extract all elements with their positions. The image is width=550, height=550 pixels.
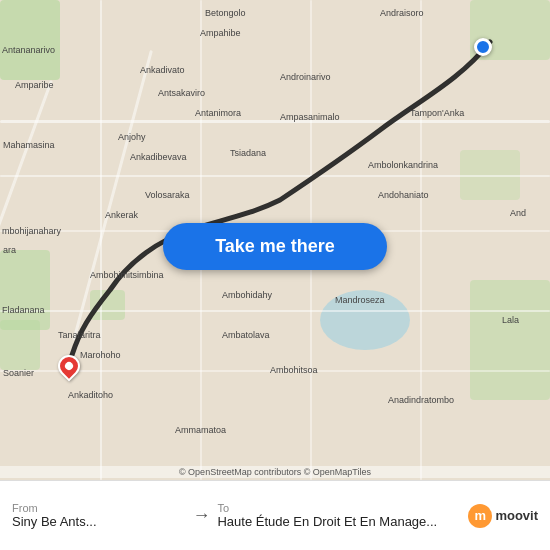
road [0, 120, 550, 123]
origin-marker [58, 355, 80, 383]
road [0, 370, 550, 372]
green-area [0, 0, 60, 80]
bottom-bar: From Siny Be Ants... → To Haute Étude En… [0, 480, 550, 550]
from-section: From Siny Be Ants... [12, 502, 185, 529]
road [0, 175, 550, 177]
to-section: To Haute Étude En Droit Et En Manage... [217, 502, 460, 529]
moovit-text: moovit [495, 508, 538, 523]
arrow-icon: → [185, 505, 217, 526]
to-name: Haute Étude En Droit Et En Manage... [217, 514, 460, 529]
map-attribution: © OpenStreetMap contributors © OpenMapTi… [0, 466, 550, 478]
green-area [470, 280, 550, 400]
water-area [320, 290, 410, 350]
green-area [0, 250, 50, 330]
green-area [90, 290, 125, 320]
destination-marker [474, 38, 492, 56]
moovit-logo: m moovit [468, 504, 538, 528]
take-me-there-button[interactable]: Take me there [163, 223, 387, 270]
green-area [0, 320, 40, 370]
map-container: BetongoloAndraisoroAntananarivoAmpahibeA… [0, 0, 550, 480]
road [420, 0, 422, 480]
moovit-icon: m [468, 504, 492, 528]
to-label: To [217, 502, 460, 514]
from-label: From [12, 502, 185, 514]
from-name: Siny Be Ants... [12, 514, 185, 529]
